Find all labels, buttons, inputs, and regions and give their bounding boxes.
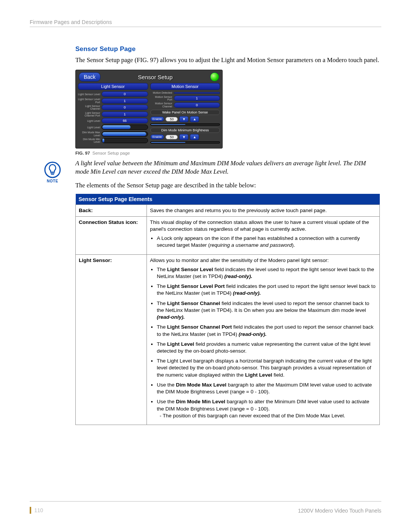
wake-enable-button[interactable]: Enable — [150, 117, 164, 121]
wake-panel-header: Wake Panel On Motion Sense — [150, 110, 220, 115]
lead-out: The elements of the Sensor Setup page ar… — [75, 181, 380, 190]
row-key-light: Light Sensor: — [76, 254, 147, 425]
light-sensor-level-field: 0 — [102, 91, 148, 97]
motion-sensor-port-field: 1 — [174, 96, 220, 101]
light-sensor-column: Light Sensor Level0 Light Sensor Level P… — [78, 91, 148, 143]
dim-mode-max-bargraph[interactable] — [102, 131, 148, 137]
table-row: Back: Saves the changes and returns you … — [76, 204, 380, 216]
dim-enable-button[interactable]: Enable — [150, 134, 164, 139]
table-title: Sensor Setup Page Elements — [76, 194, 380, 205]
header-rule — [30, 27, 381, 27]
table-row: Light Sensor: Allows you to monitor and … — [76, 254, 380, 425]
table-row: Connection Status icon: This visual disp… — [76, 216, 380, 254]
note-text: A light level value between the Minimum … — [75, 159, 380, 176]
elements-table: Sensor Setup Page Elements Back: Saves t… — [75, 194, 380, 425]
running-header: Firmware Pages and Descriptions — [30, 19, 381, 25]
row-val-back: Saves the changes and returns you to the… — [147, 204, 380, 216]
wake-decrement-button[interactable]: ▼ — [179, 116, 188, 122]
motion-detected-field — [174, 92, 220, 94]
figure-97: Back Sensor Setup Light Sensor Motion Se… — [75, 70, 228, 155]
motion-sensor-column: Motion Detected Motion Sensor Port1 Moti… — [150, 91, 220, 143]
lightbulb-icon — [44, 161, 61, 178]
intro-paragraph: The Sensor Setup page (FIG. 97) allows y… — [75, 56, 380, 64]
light-sensor-header: Light Sensor — [78, 83, 148, 90]
row-val-light: Allows you to monitor and alter the sens… — [147, 254, 380, 425]
figure-caption: FIG. 97 Sensor Setup page — [75, 151, 228, 155]
wake-bargraph[interactable] — [150, 123, 220, 126]
light-level-bargraph[interactable] — [102, 125, 148, 130]
wake-increment-button[interactable]: ▲ — [190, 116, 199, 122]
wake-value: 50 — [166, 117, 178, 121]
section-title: Sensor Setup Page — [75, 45, 380, 53]
dim-decrement-button[interactable]: ▼ — [179, 134, 188, 140]
motion-sensor-header: Motion Sensor — [150, 83, 220, 90]
back-button[interactable]: Back — [79, 72, 100, 81]
note-icon: NOTE — [30, 159, 75, 183]
light-level-field: 66 — [102, 118, 148, 123]
row-key-conn: Connection Status icon: — [76, 216, 147, 254]
light-sensor-channel-port-field: 1 — [102, 112, 148, 117]
footer-text: 1200V Modero Video Touch Panels — [298, 508, 381, 514]
connection-status-icon — [210, 72, 219, 81]
dim-min-brightness-header: Dim Mode Minimum Brightness — [150, 128, 220, 133]
panel-title: Sensor Setup — [100, 74, 210, 80]
note-label: NOTE — [47, 179, 58, 183]
dim-bargraph[interactable] — [150, 141, 220, 144]
dim-increment-button[interactable]: ▲ — [190, 134, 199, 140]
light-sensor-level-port-field: 1 — [102, 98, 148, 104]
motion-sensor-channel-field: 0 — [174, 102, 220, 108]
dim-mode-min-bargraph[interactable] — [102, 138, 148, 143]
page-number: 110 — [30, 507, 43, 514]
dim-value: 50 — [166, 135, 178, 139]
row-key-back: Back: — [76, 204, 147, 216]
sensor-setup-panel: Back Sensor Setup Light Sensor Motion Se… — [75, 70, 223, 148]
footer-rule — [30, 501, 381, 502]
light-sensor-channel-field: 0 — [102, 105, 148, 110]
row-val-conn: This visual display of the connection st… — [147, 216, 380, 254]
